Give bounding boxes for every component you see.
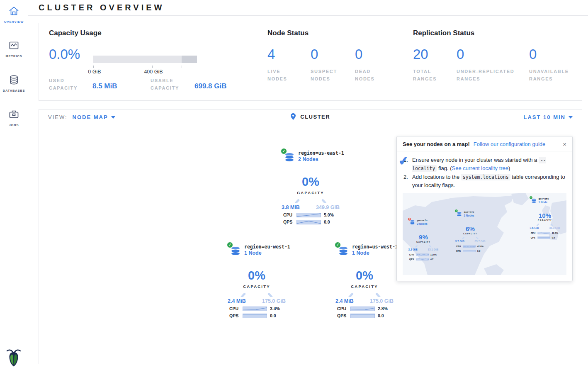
- qps-row: QPS0.0: [279, 219, 342, 224]
- nodes-count-link: 2 Nodes: [464, 214, 474, 218]
- capacity-bar: [93, 56, 197, 63]
- qps-row: QPS0.6: [529, 236, 561, 239]
- usable-value: 175.0 GiB: [262, 298, 286, 304]
- sidebar-item-label: METRICS: [0, 54, 28, 58]
- qps-row: QPS4.7: [407, 258, 440, 261]
- summary-stat: 20TOTALRANGES: [413, 47, 454, 83]
- capacity-values: 3.6 GiB34.4 GiB: [529, 226, 561, 231]
- axis-tick: [123, 66, 123, 68]
- nodes-count-link[interactable]: 1 Node: [244, 250, 290, 256]
- node-icon-wrap: ✓: [531, 198, 537, 203]
- summary-stat: 0UNAVAILABLERANGES: [529, 47, 579, 83]
- stat-value: 4: [267, 47, 309, 61]
- nodes-count-link[interactable]: 2 Nodes: [298, 156, 344, 162]
- nodes-count-link: 2 Nodes: [417, 222, 427, 226]
- capacity-caption: CAPACITY: [290, 190, 331, 195]
- nodes-count-link[interactable]: 1 Node: [352, 250, 398, 256]
- cpu-row-value: 2.8%: [378, 306, 392, 311]
- cpu-row-label: CPU: [337, 306, 347, 311]
- cpu-row-value: 11.0%: [430, 253, 438, 256]
- header-bar: CLUSTER OVERVIEW: [28, 0, 588, 16]
- popup-title: See your nodes on a map!: [403, 141, 470, 147]
- usable-capacity-label: USABLE CAPACITY: [151, 77, 190, 92]
- status-ok-icon: ✓: [281, 148, 287, 154]
- capacity-values: 2.4 MiB175.0 GiB: [333, 298, 396, 304]
- capacity-caption: CAPACITY: [344, 284, 385, 289]
- node-group-header: !geo=sfo2 Nodes: [407, 219, 440, 226]
- status-ok-icon: ✓: [227, 242, 233, 248]
- usable-value: 175.0 GiB: [370, 298, 394, 304]
- node-group-labels: region=us-east-12 Nodes: [298, 150, 344, 162]
- sparkline-chart: [463, 245, 476, 248]
- sparkline-chart: [243, 314, 267, 318]
- node-group-header: ✓geo=nyc2 Nodes: [454, 210, 486, 218]
- metrics-icon: [8, 40, 19, 51]
- step-text: Add locations to the system.locations ta…: [412, 173, 566, 189]
- jobs-icon: [8, 109, 19, 120]
- capacity-percent: 0%: [236, 269, 277, 282]
- summary-stat: 0DEADNODES: [355, 47, 396, 83]
- configuration-guide-link[interactable]: Follow our configuration guide: [474, 141, 545, 147]
- cpu-row-label: CPU: [229, 306, 240, 311]
- qps-row-value: 4.7: [430, 258, 438, 261]
- step-text: Ensure every node in your cluster was st…: [412, 156, 566, 172]
- capacity-percent: 0%: [344, 269, 385, 282]
- capacity-caption: CAPACITY: [534, 219, 556, 222]
- close-icon[interactable]: ×: [563, 141, 566, 147]
- capacity-gauge: 9%CAPACITY: [413, 228, 434, 247]
- node-group: ✓geo=nyc2 Nodes6%CAPACITY3.7 GiB65.7 GiB…: [454, 210, 486, 253]
- capacity-percent: 0%: [290, 175, 331, 189]
- node-map-canvas: ✓region=us-west-11 Node0%CAPACITY2.4 MiB…: [39, 125, 582, 364]
- qps-row-value: 0.0: [477, 249, 485, 253]
- nodes-count-link: 1 Node: [538, 200, 549, 204]
- node-status-title: Node Status: [267, 29, 309, 37]
- inline-code: system.locations: [461, 174, 510, 180]
- cpu-row: CPU42.6%: [454, 245, 486, 248]
- node-group: ✓region=us-east-12 Nodes0%CAPACITY3.8 Mi…: [279, 150, 342, 224]
- node-group-labels: geo=sfo2 Nodes: [417, 219, 427, 226]
- node-group-labels: geo=ams1 Node: [538, 197, 549, 204]
- step-text-part: Ensure every node in your cluster was st…: [412, 157, 539, 163]
- node-group-labels: geo=nyc2 Nodes: [464, 210, 474, 218]
- cpu-row: CPU5.0%: [279, 212, 342, 217]
- cpu-row-value: 12.3%: [552, 231, 559, 235]
- cpu-row-value: 3.4%: [270, 306, 284, 311]
- stat-label: UNAVAILABLERANGES: [529, 68, 579, 83]
- node-group-header: ✓geo=ams1 Node: [529, 197, 561, 204]
- node-group-labels: region=us-west-11 Node: [352, 244, 398, 256]
- axis-tick: [152, 66, 153, 68]
- sparkline-chart: [416, 253, 429, 256]
- cpu-row-value: 5.0%: [324, 212, 338, 217]
- region-label: geo=sfo: [417, 219, 427, 222]
- cpu-row-value: 42.6%: [477, 245, 485, 248]
- axis-tick: [182, 66, 182, 68]
- used-value: 3.6 GiB: [530, 226, 539, 231]
- node-group: !geo=sfo2 Nodes9%CAPACITY3.2 GiB35.1 GiB…: [407, 219, 440, 261]
- node-group-header: ✓region=eu-west-11 Node: [226, 244, 288, 256]
- node-map-card: VIEW: NODE MAP CLUSTER LAST 10 MIN ✓regi…: [39, 109, 582, 364]
- used-capacity-value: 8.5 MiB: [92, 82, 117, 90]
- region-label: region=eu-west-1: [244, 244, 290, 250]
- used-value: 2.4 MiB: [228, 298, 246, 304]
- qps-row-value: 0.6: [552, 236, 559, 239]
- sparkline-chart: [243, 307, 267, 311]
- sidebar-item-overview[interactable]: OVERVIEW: [0, 0, 28, 24]
- page-title: CLUSTER OVERVIEW: [39, 3, 164, 12]
- step-text-part: flag. (: [437, 165, 452, 171]
- qps-row-value: 0.0: [270, 313, 284, 318]
- sidebar-item-metrics[interactable]: METRICS: [0, 34, 28, 58]
- node-icon-wrap: ✓: [284, 151, 295, 162]
- sidebar-item-jobs[interactable]: JOBS: [0, 103, 28, 127]
- sidebar-item-databases[interactable]: DATABASES: [0, 69, 28, 92]
- stat-label: DEADNODES: [355, 68, 396, 83]
- sparkline-chart: [350, 314, 375, 318]
- node-map-toolbar: VIEW: NODE MAP CLUSTER LAST 10 MIN: [39, 110, 582, 125]
- locality-tree-link[interactable]: See current locality tree: [452, 165, 509, 171]
- stat-value: 0: [457, 47, 527, 61]
- qps-row: QPS0.0: [454, 249, 486, 253]
- axis-label-400: 400 GiB: [144, 69, 163, 75]
- step-number: 2.: [403, 173, 411, 189]
- breadcrumb-cluster[interactable]: CLUSTER: [300, 114, 330, 120]
- sidebar: OVERVIEWMETRICSDATABASESJOBS: [0, 0, 28, 370]
- cockroachdb-logo[interactable]: [5, 348, 22, 367]
